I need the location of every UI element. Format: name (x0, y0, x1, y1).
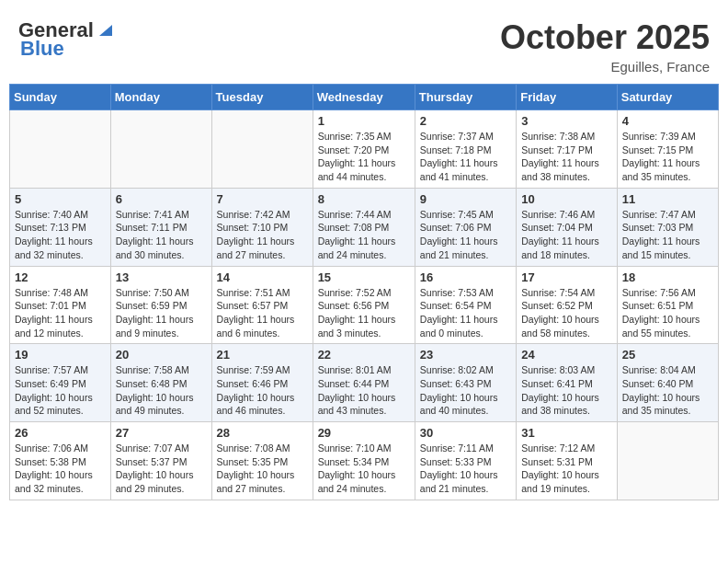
table-row: 19Sunrise: 7:57 AMSunset: 6:49 PMDayligh… (10, 344, 111, 422)
table-row (10, 110, 111, 189)
day-info: Sunrise: 7:39 AMSunset: 7:15 PMDaylight:… (622, 130, 713, 184)
header-monday: Monday (110, 85, 211, 110)
table-row: 4Sunrise: 7:39 AMSunset: 7:15 PMDaylight… (617, 110, 718, 189)
day-number: 12 (15, 270, 106, 284)
month-title: October 2025 (500, 18, 710, 57)
day-number: 21 (217, 348, 308, 362)
day-number: 7 (217, 192, 308, 206)
day-info: Sunrise: 8:04 AMSunset: 6:40 PMDaylight:… (622, 363, 713, 418)
table-row (211, 110, 313, 189)
table-row: 18Sunrise: 7:56 AMSunset: 6:51 PMDayligh… (617, 266, 718, 344)
day-info: Sunrise: 7:38 AMSunset: 7:17 PMDaylight:… (521, 130, 612, 184)
day-info: Sunrise: 7:45 AMSunset: 7:06 PMDaylight:… (420, 208, 511, 262)
day-number: 16 (420, 270, 511, 284)
day-info: Sunrise: 7:52 AMSunset: 6:56 PMDaylight:… (318, 286, 410, 340)
table-row: 20Sunrise: 7:58 AMSunset: 6:48 PMDayligh… (110, 344, 211, 422)
svg-marker-0 (99, 25, 112, 36)
day-info: Sunrise: 7:59 AMSunset: 6:46 PMDaylight:… (217, 363, 308, 418)
day-number: 17 (521, 270, 612, 284)
table-row: 2Sunrise: 7:37 AMSunset: 7:18 PMDaylight… (415, 110, 516, 189)
header-thursday: Thursday (415, 85, 516, 110)
logo: General Blue (18, 18, 116, 61)
day-info: Sunrise: 7:46 AMSunset: 7:04 PMDaylight:… (521, 208, 612, 262)
day-number: 20 (116, 348, 207, 362)
day-number: 29 (318, 426, 410, 440)
header-tuesday: Tuesday (211, 85, 313, 110)
calendar-table: Sunday Monday Tuesday Wednesday Thursday… (9, 84, 719, 500)
table-row: 17Sunrise: 7:54 AMSunset: 6:52 PMDayligh… (517, 266, 618, 344)
table-row: 21Sunrise: 7:59 AMSunset: 6:46 PMDayligh… (211, 344, 313, 422)
header-friday: Friday (517, 85, 618, 110)
day-info: Sunrise: 7:58 AMSunset: 6:48 PMDaylight:… (116, 363, 207, 418)
day-number: 2 (420, 114, 511, 128)
table-row: 13Sunrise: 7:50 AMSunset: 6:59 PMDayligh… (110, 266, 211, 344)
day-number: 6 (116, 192, 207, 206)
table-row: 9Sunrise: 7:45 AMSunset: 7:06 PMDaylight… (415, 188, 516, 266)
header-sunday: Sunday (10, 85, 111, 110)
table-row: 25Sunrise: 8:04 AMSunset: 6:40 PMDayligh… (617, 344, 718, 422)
table-row: 28Sunrise: 7:08 AMSunset: 5:35 PMDayligh… (211, 422, 313, 500)
table-row: 3Sunrise: 7:38 AMSunset: 7:17 PMDaylight… (517, 110, 618, 189)
table-row: 16Sunrise: 7:53 AMSunset: 6:54 PMDayligh… (415, 266, 516, 344)
day-number: 9 (420, 192, 511, 206)
calendar-week-row: 19Sunrise: 7:57 AMSunset: 6:49 PMDayligh… (10, 344, 719, 422)
day-number: 3 (521, 114, 612, 128)
table-row: 27Sunrise: 7:07 AMSunset: 5:37 PMDayligh… (110, 422, 211, 500)
table-row: 31Sunrise: 7:12 AMSunset: 5:31 PMDayligh… (517, 422, 618, 500)
day-number: 30 (420, 426, 511, 440)
table-row: 30Sunrise: 7:11 AMSunset: 5:33 PMDayligh… (415, 422, 516, 500)
day-info: Sunrise: 7:06 AMSunset: 5:38 PMDaylight:… (15, 442, 106, 496)
calendar-header-row: Sunday Monday Tuesday Wednesday Thursday… (10, 85, 719, 110)
day-number: 15 (318, 270, 410, 284)
day-info: Sunrise: 7:54 AMSunset: 6:52 PMDaylight:… (521, 286, 612, 340)
day-number: 25 (622, 348, 713, 362)
day-number: 1 (318, 114, 410, 128)
calendar-week-row: 12Sunrise: 7:48 AMSunset: 7:01 PMDayligh… (10, 266, 719, 344)
table-row: 26Sunrise: 7:06 AMSunset: 5:38 PMDayligh… (10, 422, 111, 500)
table-row: 11Sunrise: 7:47 AMSunset: 7:03 PMDayligh… (617, 188, 718, 266)
day-info: Sunrise: 7:41 AMSunset: 7:11 PMDaylight:… (116, 208, 207, 262)
table-row: 1Sunrise: 7:35 AMSunset: 7:20 PMDaylight… (313, 110, 415, 189)
day-info: Sunrise: 7:35 AMSunset: 7:20 PMDaylight:… (318, 130, 410, 184)
page-header: General Blue October 2025 Eguilles, Fran… (9, 9, 719, 79)
day-info: Sunrise: 7:12 AMSunset: 5:31 PMDaylight:… (521, 442, 612, 496)
day-info: Sunrise: 7:48 AMSunset: 7:01 PMDaylight:… (15, 286, 106, 340)
day-info: Sunrise: 7:57 AMSunset: 6:49 PMDaylight:… (15, 363, 106, 418)
day-number: 27 (116, 426, 207, 440)
day-info: Sunrise: 7:11 AMSunset: 5:33 PMDaylight:… (420, 442, 511, 496)
table-row: 12Sunrise: 7:48 AMSunset: 7:01 PMDayligh… (10, 266, 111, 344)
day-info: Sunrise: 7:37 AMSunset: 7:18 PMDaylight:… (420, 130, 511, 184)
table-row: 8Sunrise: 7:44 AMSunset: 7:08 PMDaylight… (313, 188, 415, 266)
day-number: 26 (15, 426, 106, 440)
day-info: Sunrise: 7:07 AMSunset: 5:37 PMDaylight:… (116, 442, 207, 496)
day-number: 22 (318, 348, 410, 362)
table-row: 7Sunrise: 7:42 AMSunset: 7:10 PMDaylight… (211, 188, 313, 266)
location: Eguilles, France (500, 59, 710, 75)
table-row: 5Sunrise: 7:40 AMSunset: 7:13 PMDaylight… (10, 188, 111, 266)
day-number: 5 (15, 192, 106, 206)
day-info: Sunrise: 7:56 AMSunset: 6:51 PMDaylight:… (622, 286, 713, 340)
day-number: 19 (15, 348, 106, 362)
day-info: Sunrise: 7:53 AMSunset: 6:54 PMDaylight:… (420, 286, 511, 340)
logo-blue: Blue (20, 37, 64, 61)
day-number: 18 (622, 270, 713, 284)
header-saturday: Saturday (617, 85, 718, 110)
title-section: October 2025 Eguilles, France (500, 18, 710, 75)
day-info: Sunrise: 7:50 AMSunset: 6:59 PMDaylight:… (116, 286, 207, 340)
day-number: 10 (521, 192, 612, 206)
day-info: Sunrise: 7:44 AMSunset: 7:08 PMDaylight:… (318, 208, 410, 262)
day-info: Sunrise: 7:10 AMSunset: 5:34 PMDaylight:… (318, 442, 410, 496)
table-row: 14Sunrise: 7:51 AMSunset: 6:57 PMDayligh… (211, 266, 313, 344)
day-number: 31 (521, 426, 612, 440)
table-row: 15Sunrise: 7:52 AMSunset: 6:56 PMDayligh… (313, 266, 415, 344)
table-row: 6Sunrise: 7:41 AMSunset: 7:11 PMDaylight… (110, 188, 211, 266)
table-row (617, 422, 718, 500)
table-row: 22Sunrise: 8:01 AMSunset: 6:44 PMDayligh… (313, 344, 415, 422)
table-row: 10Sunrise: 7:46 AMSunset: 7:04 PMDayligh… (517, 188, 618, 266)
day-info: Sunrise: 7:47 AMSunset: 7:03 PMDaylight:… (622, 208, 713, 262)
table-row: 24Sunrise: 8:03 AMSunset: 6:41 PMDayligh… (517, 344, 618, 422)
day-number: 13 (116, 270, 207, 284)
day-info: Sunrise: 7:40 AMSunset: 7:13 PMDaylight:… (15, 208, 106, 262)
day-info: Sunrise: 8:01 AMSunset: 6:44 PMDaylight:… (318, 363, 410, 418)
day-info: Sunrise: 7:08 AMSunset: 5:35 PMDaylight:… (217, 442, 308, 496)
